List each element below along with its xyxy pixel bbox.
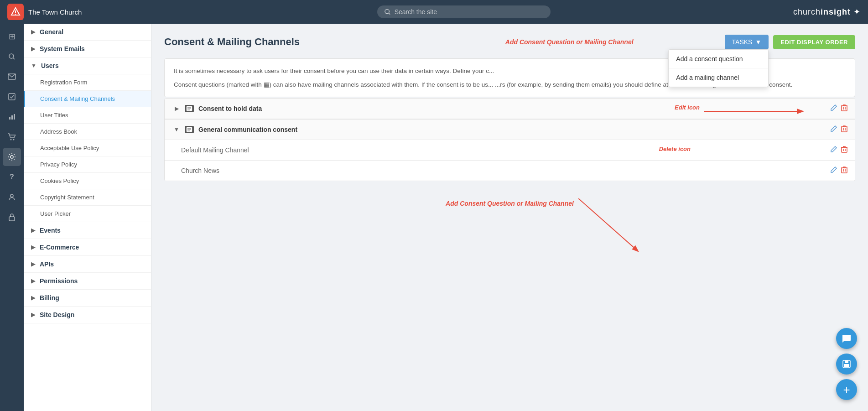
consent-sub-row-church-news: Church News xyxy=(165,161,855,181)
edit-icon-default-mailing[interactable] xyxy=(830,146,837,155)
edit-display-order-button[interactable]: EDIT DISPLAY ORDER xyxy=(773,35,855,49)
sidebar-item-apis[interactable]: ▶ APIs xyxy=(24,256,151,273)
consent-icon-hold xyxy=(185,105,194,112)
consent-table: ▶ Consent to hold data Edit ic xyxy=(164,98,855,181)
svg-rect-8 xyxy=(9,94,15,100)
sidebar-icon-settings[interactable] xyxy=(3,148,21,166)
annotation-delete-icon: Delete icon xyxy=(659,146,691,152)
sidebar-item-user-picker[interactable]: User Picker xyxy=(24,206,151,222)
edit-icon-church-news[interactable] xyxy=(830,166,837,175)
dropdown-arrow-icon: ▼ xyxy=(755,38,761,46)
fab-add-button[interactable]: + xyxy=(836,379,857,400)
sidebar-icon-search[interactable] xyxy=(3,47,21,66)
chevron-right-icon: ▶ xyxy=(31,312,35,318)
svg-line-4 xyxy=(389,13,390,15)
consent-row-hold-data: ▶ Consent to hold data Edit ic xyxy=(165,99,855,119)
sidebar-icon-dashboard[interactable]: ⊞ xyxy=(3,27,21,46)
layout: ⊞ ? ▶ General xyxy=(0,24,868,411)
org-name: The Town Church xyxy=(28,8,82,16)
arrow-bottom xyxy=(510,198,647,253)
fab-chat-button[interactable] xyxy=(836,328,857,349)
bottom-annotation-area: Add Consent Question or Mailing Channel xyxy=(164,199,855,208)
mailing-label-default: Default Mailing Channel xyxy=(181,146,830,154)
nav-sidebar: ▶ General ▶ System Emails ▼ Users Regist… xyxy=(24,24,151,411)
tasks-dropdown-menu: Add a consent question Add a mailing cha… xyxy=(668,49,769,87)
fab-save-button[interactable] xyxy=(836,354,857,375)
sidebar-item-system-emails[interactable]: ▶ System Emails xyxy=(24,41,151,57)
svg-rect-10 xyxy=(11,115,13,120)
svg-rect-35 xyxy=(842,147,847,152)
sidebar-item-user-titles[interactable]: User Titles xyxy=(24,107,151,124)
chevron-right-icon: ▶ xyxy=(31,261,35,267)
consent-icon-general xyxy=(185,126,194,133)
chevron-right-icon: ▶ xyxy=(31,29,35,35)
mailing-label-church-news: Church News xyxy=(181,167,830,174)
sidebar-icon-help[interactable]: ? xyxy=(3,168,21,186)
svg-rect-9 xyxy=(9,117,10,120)
delete-icon-default-mailing[interactable] xyxy=(841,146,847,155)
row-actions-hold xyxy=(830,104,847,113)
svg-line-6 xyxy=(13,58,15,59)
top-nav: The Town Church churchinsight ✦ xyxy=(0,0,868,24)
chevron-right-icon: ▶ xyxy=(31,46,35,52)
tasks-dropdown: TASKS ▼ Add a consent question Add a mai… xyxy=(725,35,769,49)
chevron-right-icon: ▶ xyxy=(31,278,35,284)
delete-icon-hold[interactable] xyxy=(841,104,847,113)
sidebar-item-general[interactable]: ▶ General xyxy=(24,24,151,41)
sidebar-item-ecommerce[interactable]: ▶ E-Commerce xyxy=(24,239,151,256)
arrow-tasks xyxy=(658,24,713,27)
consent-row-general-comm: ▼ General communication consent xyxy=(165,119,855,140)
edit-icon-hold[interactable] xyxy=(830,104,837,113)
svg-rect-31 xyxy=(842,127,847,132)
sidebar-item-acceptable-use[interactable]: Acceptable Use Policy xyxy=(24,140,151,156)
consent-sub-row-default-mailing: Default Mailing Channel Delete icon xyxy=(165,140,855,161)
content-area: Consent & Mailing Channels Add Consent Q… xyxy=(151,24,868,219)
svg-point-15 xyxy=(10,194,13,197)
search-wrap[interactable] xyxy=(377,5,551,18)
sidebar-item-cookies-policy[interactable]: Cookies Policy xyxy=(24,173,151,189)
logo-icon xyxy=(7,4,24,20)
header-actions: TASKS ▼ Add a consent question Add a mai… xyxy=(725,35,855,49)
search-input[interactable] xyxy=(395,8,544,16)
chevron-right-icon: ▶ xyxy=(31,295,35,301)
svg-point-12 xyxy=(10,139,12,140)
row-toggle-general[interactable]: ▼ xyxy=(172,125,181,134)
consent-label-general: General communication consent xyxy=(198,126,830,133)
icon-sidebar: ⊞ ? xyxy=(0,24,24,411)
sidebar-item-permissions[interactable]: ▶ Permissions xyxy=(24,273,151,290)
row-actions-general xyxy=(830,125,847,134)
sidebar-item-billing[interactable]: ▶ Billing xyxy=(24,290,151,307)
main-content: Consent & Mailing Channels Add Consent Q… xyxy=(151,24,868,411)
delete-icon-church-news[interactable] xyxy=(841,166,847,175)
svg-line-43 xyxy=(578,198,638,251)
sidebar-item-consent-mailing[interactable]: Consent & Mailing Channels xyxy=(24,91,151,107)
row-actions-church-news xyxy=(830,166,847,175)
edit-icon-general[interactable] xyxy=(830,125,837,134)
sidebar-item-users[interactable]: ▼ Users xyxy=(24,57,151,74)
sidebar-icon-tasks[interactable] xyxy=(3,88,21,106)
sidebar-icon-mail[interactable] xyxy=(3,68,21,86)
svg-point-5 xyxy=(9,54,14,58)
fab-area: + xyxy=(836,328,857,400)
sidebar-icon-person[interactable] xyxy=(3,188,21,206)
svg-point-13 xyxy=(13,139,15,140)
sidebar-item-address-book[interactable]: Address Book xyxy=(24,124,151,140)
search-bar xyxy=(135,5,793,18)
sidebar-item-copyright[interactable]: Copyright Statement xyxy=(24,189,151,206)
brand-logo: churchinsight ✦ xyxy=(793,7,861,17)
sidebar-icon-chart[interactable] xyxy=(3,108,21,126)
row-toggle-hold[interactable]: ▶ xyxy=(172,104,181,113)
delete-icon-general[interactable] xyxy=(841,125,847,134)
svg-rect-11 xyxy=(14,114,15,120)
annotation-edit-icon: Edit icon xyxy=(675,104,700,111)
dropdown-item-add-mailing[interactable]: Add a mailing channel xyxy=(669,68,768,87)
chevron-right-icon: ▶ xyxy=(31,227,35,234)
tasks-button[interactable]: TASKS ▼ xyxy=(725,35,769,49)
sidebar-item-registration-form[interactable]: Registration Form xyxy=(24,74,151,91)
sidebar-icon-cart[interactable] xyxy=(3,128,21,146)
sidebar-icon-lock[interactable] xyxy=(3,208,21,226)
dropdown-item-add-consent[interactable]: Add a consent question xyxy=(669,50,768,68)
sidebar-item-events[interactable]: ▶ Events xyxy=(24,222,151,239)
sidebar-item-privacy-policy[interactable]: Privacy Policy xyxy=(24,156,151,173)
sidebar-item-site-design[interactable]: ▶ Site Design xyxy=(24,307,151,323)
